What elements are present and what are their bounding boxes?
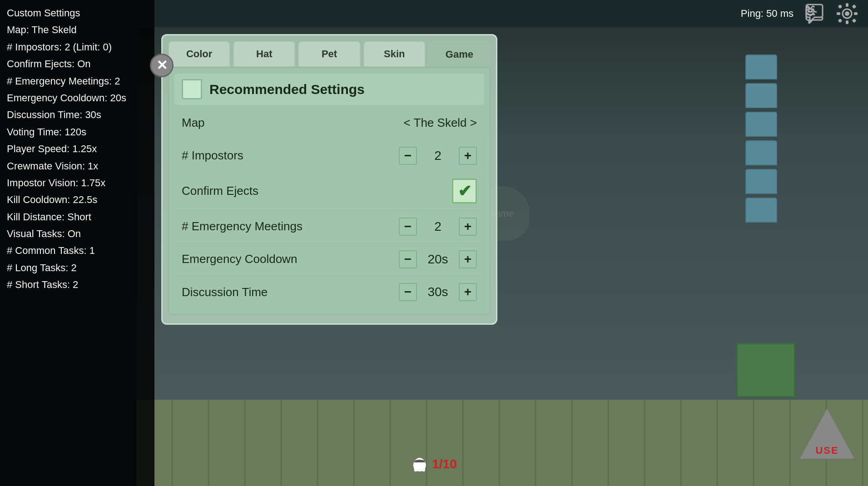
tab-game[interactable]: Game <box>428 41 491 67</box>
sidebar-line-4: # Emergency Meetings: 2 <box>7 73 148 89</box>
recommended-label: Recommended Settings <box>209 82 365 97</box>
green-box <box>736 343 795 397</box>
checkmark-icon: ✔ <box>458 182 471 201</box>
setting-row-emergency-meetings: # Emergency Meetings − 2 + <box>174 210 484 243</box>
svg-point-4 <box>845 11 849 16</box>
sidebar-line-11: Kill Cooldown: 22.5s <box>7 191 148 208</box>
settings-button[interactable] <box>835 2 859 25</box>
sidebar-line-14: # Common Tasks: 1 <box>7 242 148 259</box>
svg-rect-10 <box>852 5 857 9</box>
emergency-cooldown-label: Emergency Cooldown <box>182 252 297 266</box>
chair-1 <box>745 55 777 79</box>
sidebar-line-0: Custom Settings <box>7 5 148 21</box>
impostors-decrease-button[interactable]: − <box>399 147 417 165</box>
chat-icon <box>804 4 824 24</box>
settings-dialog: Color Hat Pet Skin Game Recommended Sett… <box>161 34 497 325</box>
sidebar-line-16: # Short Tasks: 2 <box>7 276 148 293</box>
sidebar-line-9: Crewmate Vision: 1x <box>7 158 148 174</box>
svg-rect-12 <box>852 19 857 23</box>
confirm-ejects-label: Confirm Ejects <box>182 184 258 198</box>
dialog-content: Recommended Settings Map < The Skeld > #… <box>168 67 491 315</box>
discussion-time-control: − 30s + <box>399 283 477 301</box>
recommended-checkbox[interactable] <box>182 79 202 99</box>
setting-row-confirm-ejects: Confirm Ejects ✔ <box>174 172 484 210</box>
chair-4 <box>745 140 777 165</box>
svg-rect-9 <box>838 5 843 9</box>
player-avatar-icon <box>411 456 427 472</box>
svg-rect-7 <box>837 12 840 15</box>
sidebar-line-12: Kill Distance: Short <box>7 208 148 225</box>
svg-rect-8 <box>854 12 858 15</box>
discussion-time-label: Discussion Time <box>182 285 268 299</box>
sidebar-line-8: Player Speed: 1.25x <box>7 140 148 157</box>
chat-button[interactable] <box>803 2 826 25</box>
chair-5 <box>745 169 777 194</box>
impostors-label: # Impostors <box>182 149 243 163</box>
emergency-meetings-decrease-button[interactable]: − <box>399 218 417 236</box>
sidebar-line-2: # Impostors: 2 (Limit: 0) <box>7 39 148 55</box>
sidebar-settings-text: Custom Settings Map: The Skeld # Imposto… <box>7 5 148 293</box>
tab-skin[interactable]: Skin <box>363 41 426 67</box>
sidebar-line-15: # Long Tasks: 2 <box>7 259 148 276</box>
emergency-meetings-label: # Emergency Meetings <box>182 219 303 233</box>
player-count-text: 1/10 <box>432 457 457 471</box>
discussion-time-value: 30s <box>424 285 451 299</box>
chair-2 <box>745 83 777 108</box>
impostors-increase-button[interactable]: + <box>459 147 477 165</box>
svg-rect-5 <box>846 3 848 7</box>
sidebar-line-5: Emergency Cooldown: 20s <box>7 89 148 106</box>
sidebar-line-13: Visual Tasks: On <box>7 225 148 242</box>
close-button[interactable]: ✕ <box>150 54 174 77</box>
ping-display: Ping: 50 ms <box>741 8 794 20</box>
gear-icon <box>836 3 858 25</box>
map-label: Map <box>182 116 205 130</box>
svg-rect-6 <box>846 20 848 24</box>
map-control: < The Skeld > <box>404 116 477 130</box>
impostors-control: − 2 + <box>399 147 477 165</box>
recommended-settings-row[interactable]: Recommended Settings <box>174 74 484 105</box>
emergency-cooldown-control: − 20s + <box>399 250 477 268</box>
sidebar-line-1: Map: The Skeld <box>7 21 148 38</box>
emergency-cooldown-decrease-button[interactable]: − <box>399 250 417 268</box>
left-sidebar: Custom Settings Map: The Skeld # Imposto… <box>0 0 154 486</box>
confirm-ejects-checkbox[interactable]: ✔ <box>452 179 477 203</box>
chair-3 <box>745 112 777 137</box>
setting-row-map: Map < The Skeld > <box>174 107 484 139</box>
emergency-cooldown-value: 20s <box>424 252 451 267</box>
emergency-meetings-value: 2 <box>424 219 451 234</box>
tab-hat[interactable]: Hat <box>233 41 295 67</box>
use-sign: USE <box>800 409 854 463</box>
setting-row-discussion-time: Discussion Time − 30s + <box>174 276 484 308</box>
map-value[interactable]: < The Skeld > <box>404 116 477 130</box>
emergency-meetings-control: − 2 + <box>399 218 477 236</box>
impostors-value: 2 <box>424 149 451 163</box>
setting-row-impostors: # Impostors − 2 + <box>174 139 484 172</box>
tab-pet[interactable]: Pet <box>298 41 360 67</box>
sidebar-line-7: Voting Time: 120s <box>7 124 148 140</box>
sidebar-line-3: Confirm Ejects: On <box>7 55 148 72</box>
floor-tiles <box>136 400 868 486</box>
use-sign-text: USE <box>815 445 838 456</box>
chair-6 <box>745 198 777 223</box>
svg-rect-11 <box>838 19 843 23</box>
sidebar-line-6: Discussion Time: 30s <box>7 106 148 123</box>
player-count-display: 1/10 <box>411 456 457 472</box>
chairs-area <box>745 55 777 223</box>
top-bar: Ping: 50 ms <box>154 0 868 27</box>
discussion-time-decrease-button[interactable]: − <box>399 283 417 301</box>
emergency-meetings-increase-button[interactable]: + <box>459 218 477 236</box>
tab-color[interactable]: Color <box>168 41 230 67</box>
confirm-ejects-control: ✔ <box>452 179 477 203</box>
sidebar-line-10: Impostor Vision: 1.75x <box>7 174 148 191</box>
setting-row-emergency-cooldown: Emergency Cooldown − 20s + <box>174 243 484 276</box>
tab-bar: Color Hat Pet Skin Game <box>163 35 496 67</box>
emergency-cooldown-increase-button[interactable]: + <box>459 250 477 268</box>
close-icon: ✕ <box>156 59 168 72</box>
discussion-time-increase-button[interactable]: + <box>459 283 477 301</box>
